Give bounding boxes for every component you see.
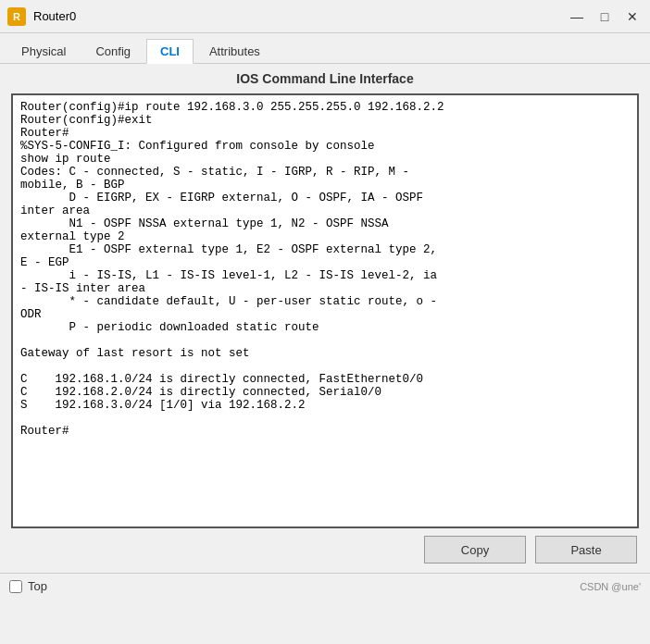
window-title: Router0 (33, 9, 567, 23)
tab-attributes[interactable]: Attributes (195, 39, 274, 63)
top-checkbox-label[interactable]: Top (9, 579, 47, 593)
window-controls: — □ ✕ (567, 6, 643, 27)
bottom-bar: Top CSDN @une' (0, 573, 650, 599)
copy-button[interactable]: Copy (424, 536, 526, 564)
tab-physical[interactable]: Physical (7, 39, 80, 63)
page-title: IOS Command Line Interface (0, 64, 650, 93)
terminal-wrapper: Router(config)#ip route 192.168.3.0 255.… (11, 93, 639, 528)
paste-button[interactable]: Paste (535, 536, 637, 564)
title-bar: R Router0 — □ ✕ (0, 0, 650, 33)
watermark-text: CSDN @une' (580, 581, 641, 592)
close-button[interactable]: ✕ (622, 6, 643, 27)
tab-cli[interactable]: CLI (146, 39, 194, 64)
tab-bar: Physical Config CLI Attributes (0, 33, 650, 64)
top-label: Top (28, 579, 47, 593)
app-icon: R (7, 7, 26, 26)
minimize-button[interactable]: — (567, 6, 587, 27)
maximize-button[interactable]: □ (594, 6, 615, 27)
tab-config[interactable]: Config (81, 39, 144, 63)
button-row: Copy Paste (0, 528, 650, 571)
top-checkbox[interactable] (9, 580, 22, 593)
terminal-output[interactable]: Router(config)#ip route 192.168.3.0 255.… (13, 95, 637, 526)
